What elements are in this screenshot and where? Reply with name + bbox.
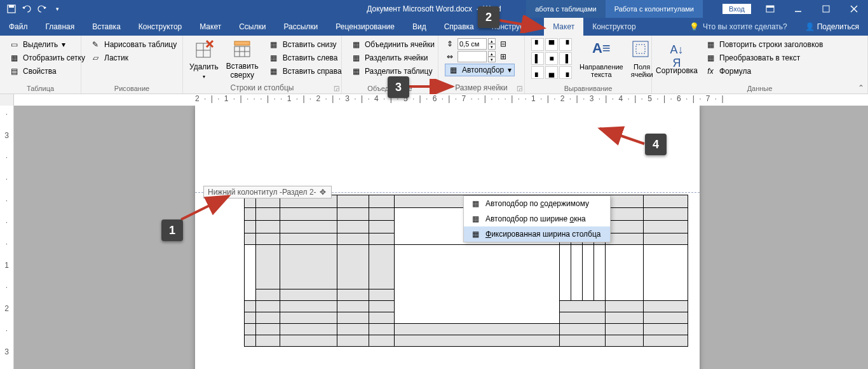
tab-design[interactable]: Конструктор (130, 18, 191, 36)
pointer-icon: ▭ (9, 39, 19, 50)
horizontal-ruler[interactable]: 2 · | · 1 · | · · · | · · 1 · | · 2 · | … (0, 94, 868, 106)
convert-text-button[interactable]: ▦Преобразовать в текст (703, 52, 825, 64)
insert-above-button[interactable]: Вставить сверху (226, 38, 259, 80)
tell-me-search[interactable]: 💡 Что вы хотите сделать? (681, 18, 796, 36)
group-rows-columns: Удалить▾ Вставить сверху ▦Вставить снизу… (183, 36, 342, 94)
align-tc[interactable]: ▀ (545, 38, 558, 51)
row-height-input[interactable]: ▴▾ (458, 38, 496, 50)
svg-rect-17 (234, 41, 250, 45)
ribbon-display-icon[interactable] (756, 0, 784, 18)
qat-customize-icon[interactable]: ▾ (51, 3, 64, 15)
autofit-window-item[interactable]: ▦Автоподбор по ширине окна (464, 211, 610, 226)
move-handle-icon[interactable]: ✥ (320, 188, 326, 197)
repeat-header-button[interactable]: ▦Повторить строки заголовков (703, 38, 825, 51)
formula-button[interactable]: fxФормула (703, 65, 825, 78)
autofit-dropdown-menu: ▦Автоподбор по содержимому ▦Автоподбор п… (463, 195, 611, 242)
insert-right-button[interactable]: ▦Вставить справа (266, 65, 344, 78)
arrow-4 (596, 126, 647, 149)
properties-button[interactable]: ▤Свойства (6, 65, 88, 78)
insert-above-icon (232, 39, 252, 59)
merge-cells-button[interactable]: ▦Объединить ячейки (348, 38, 437, 51)
title-bar: ▾ Документ Microsoft Word.docx - Word аб… (0, 0, 868, 18)
tab-help[interactable]: Справка (435, 18, 483, 36)
split-table-button[interactable]: ▦Разделить таблицу (348, 65, 437, 78)
tab-file[interactable]: Файл (0, 18, 37, 36)
align-tl[interactable]: ▘ (531, 38, 544, 51)
view-gridlines-button[interactable]: ▦Отобразить сетку (6, 52, 88, 64)
share-icon: 👤 (805, 22, 815, 31)
close-icon[interactable] (840, 0, 868, 18)
group-alignment: ▘▀▝ ▌■▐ ▖▄▗ A≡ Направление текста Поля я… (525, 36, 652, 94)
save-icon[interactable] (5, 3, 18, 15)
merge-icon: ▦ (351, 39, 361, 50)
callout-2: 2 (478, 6, 499, 28)
sort-button[interactable]: A↓Я Сортировка (658, 38, 695, 80)
align-bl[interactable]: ▖ (531, 66, 544, 79)
dialog-launcher-icon[interactable]: ◲ (332, 85, 340, 92)
tab-hf-design[interactable]: Конструктор (583, 18, 644, 36)
delete-table-icon (194, 39, 214, 60)
group-label: Строки и столбцы◲ (189, 82, 335, 92)
delete-button[interactable]: Удалить▾ (189, 38, 219, 80)
svg-line-21 (499, 20, 544, 28)
spin-down-icon[interactable]: ▾ (488, 44, 496, 50)
svg-rect-19 (636, 45, 645, 53)
autofit-icon: ▦ (448, 65, 458, 75)
draw-table-button[interactable]: ✎Нарисовать таблицу (88, 38, 179, 51)
collapse-ribbon-icon[interactable]: ⌃ (858, 83, 864, 92)
formula-icon: fx (705, 66, 715, 76)
vertical-ruler[interactable]: ·3·····1·2·3 (0, 106, 14, 369)
eraser-icon: ▱ (90, 53, 100, 63)
sort-icon: A↓Я (667, 43, 687, 64)
cell-margins-button[interactable]: Поля ячейки (631, 38, 653, 80)
split-cells-button[interactable]: ▦Разделить ячейки (348, 52, 437, 64)
spin-down-icon[interactable]: ▾ (488, 57, 496, 62)
signin-button[interactable]: Вход (722, 4, 751, 14)
convert-icon: ▦ (705, 53, 715, 63)
insert-below-button[interactable]: ▦Вставить снизу (266, 38, 344, 51)
tab-insert[interactable]: Вставка (83, 18, 130, 36)
tab-mailings[interactable]: Рассылки (275, 18, 327, 36)
tab-table-layout[interactable]: Макет (544, 18, 583, 36)
svg-rect-1 (9, 5, 14, 8)
spin-up-icon[interactable]: ▴ (488, 38, 496, 44)
fixed-width-item[interactable]: ▦Фиксированная ширина столбца (464, 226, 610, 242)
tab-references[interactable]: Ссылки (230, 18, 275, 36)
align-ml[interactable]: ▌ (531, 52, 544, 65)
properties-icon: ▤ (9, 66, 19, 76)
align-mr[interactable]: ▐ (559, 52, 572, 65)
maximize-icon[interactable] (812, 0, 840, 18)
tab-home[interactable]: Главная (37, 18, 84, 36)
undo-icon[interactable] (20, 3, 33, 15)
align-br[interactable]: ▗ (559, 66, 572, 79)
share-button[interactable]: 👤 Поделиться (796, 18, 868, 36)
spin-up-icon[interactable]: ▴ (488, 51, 496, 57)
group-label: Таблица (6, 83, 74, 92)
align-mc[interactable]: ■ (545, 52, 558, 65)
redo-icon[interactable] (36, 3, 48, 15)
insert-left-button[interactable]: ▦Вставить слева (266, 52, 344, 64)
lightbulb-icon: 💡 (689, 22, 699, 31)
tab-layout[interactable]: Макет (191, 18, 230, 36)
align-tr[interactable]: ▝ (559, 38, 572, 51)
select-button[interactable]: ▭Выделить ▾ (6, 38, 88, 51)
text-direction-button[interactable]: A≡ Направление текста (580, 38, 623, 80)
document-canvas[interactable]: Нижний колонтитул -Раздел 2- ✥ ▦Автоподб… (14, 106, 868, 369)
distribute-cols-icon[interactable]: ⊞ (498, 52, 508, 62)
callout-3: 3 (388, 76, 409, 98)
cell-margins-icon (632, 40, 652, 60)
eraser-button[interactable]: ▱Ластик (88, 52, 179, 64)
align-bc[interactable]: ▄ (545, 66, 558, 79)
autofit-contents-item[interactable]: ▦Автоподбор по содержимому (464, 196, 610, 211)
distribute-rows-icon[interactable]: ⊟ (498, 39, 508, 49)
pencil-icon: ✎ (90, 39, 100, 50)
header-footer-tools-label: Работа с колонтитулами (606, 0, 703, 18)
dialog-launcher-icon[interactable]: ◲ (515, 85, 523, 92)
group-label: Выравнивание (531, 83, 645, 92)
col-width-input[interactable]: ▴▾ (458, 51, 496, 62)
tab-view[interactable]: Вид (403, 18, 435, 36)
minimize-icon[interactable] (784, 0, 812, 18)
group-table: ▭Выделить ▾ ▦Отобразить сетку ▤Свойства … (0, 36, 81, 94)
autofit-button[interactable]: ▦Автоподбор ▾ (445, 64, 515, 76)
tab-review[interactable]: Рецензирование (327, 18, 403, 36)
